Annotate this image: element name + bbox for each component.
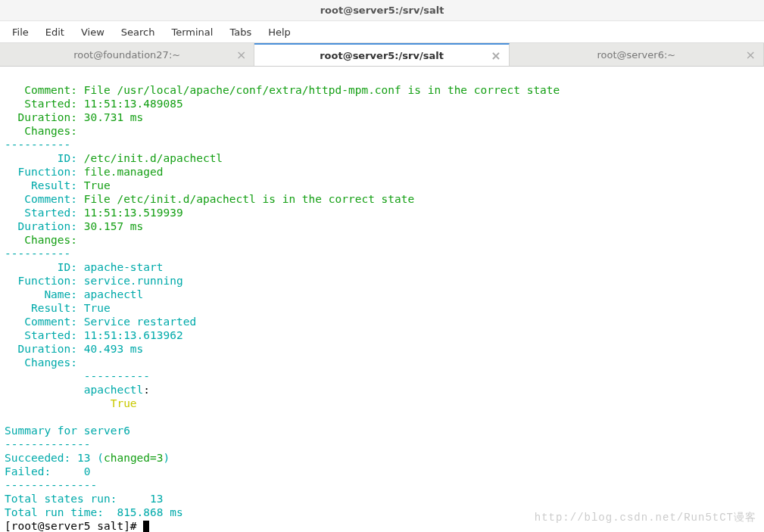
menu-tabs[interactable]: Tabs (222, 23, 259, 41)
separator: ------------- (5, 438, 91, 450)
menu-file[interactable]: File (5, 23, 36, 41)
out-line: Result: True (5, 179, 111, 191)
menu-edit[interactable]: Edit (38, 23, 72, 41)
tab-label: root@server5:/srv/salt (320, 50, 444, 61)
separator: ---------- (5, 247, 70, 260)
separator: ---------- (5, 138, 70, 151)
summary-header: Summary for server6 (5, 425, 130, 437)
tab-server6[interactable]: root@server6:~ × (510, 43, 764, 66)
out-line: Started: 11:51:13.489085 (5, 98, 183, 110)
tab-server5[interactable]: root@server5:/srv/salt × (254, 43, 509, 66)
out-line: Name: apachectl (5, 288, 143, 300)
out-line: True (5, 397, 137, 409)
menu-view[interactable]: View (73, 23, 112, 41)
out-line: apachectl: (5, 384, 150, 396)
close-icon[interactable]: × (491, 48, 500, 63)
out-line: ---------- (5, 370, 150, 382)
out-line: Function: service.running (5, 275, 183, 287)
tab-label: root@server6:~ (597, 49, 675, 61)
out-line: Comment: Service restarted (5, 316, 196, 328)
out-line: Comment: File /etc/init.d/apachectl is i… (5, 193, 414, 205)
tab-label: root@foundation27:~ (73, 49, 180, 61)
tab-foundation27[interactable]: root@foundation27:~ × (0, 43, 254, 66)
out-line: Comment: File /usr/local/apache/conf/ext… (5, 84, 560, 96)
out-line: ID: /etc/init.d/apachectl (5, 152, 223, 164)
window-title: root@server5:/srv/salt (320, 5, 444, 16)
separator: -------------- (5, 479, 97, 491)
out-line: Changes: (5, 356, 77, 369)
out-line: Started: 11:51:13.519939 (5, 207, 183, 219)
out-line: Duration: 30.731 ms (5, 111, 143, 123)
menu-search[interactable]: Search (114, 23, 163, 41)
menu-help[interactable]: Help (260, 23, 298, 41)
close-icon[interactable]: × (236, 48, 246, 62)
menu-bar: File Edit View Search Terminal Tabs Help (0, 21, 764, 42)
out-line: Failed: 0 (5, 465, 91, 478)
out-line: Result: True (5, 302, 111, 314)
out-line: Total states run: 13 (5, 493, 164, 505)
out-line: Duration: 30.157 ms (5, 220, 143, 232)
out-line: Total run time: 815.868 ms (5, 506, 183, 518)
out-line: Started: 11:51:13.613962 (5, 329, 183, 341)
out-line: Changes: (5, 234, 77, 246)
terminal-output[interactable]: Comment: File /usr/local/apache/conf/ext… (0, 67, 764, 532)
close-icon[interactable]: × (746, 48, 756, 62)
window-titlebar: root@server5:/srv/salt (0, 0, 764, 21)
cursor-icon (143, 521, 149, 532)
out-line: Changes: (5, 125, 77, 137)
out-line: Succeeded: 13 (changed=3) (5, 452, 170, 464)
out-line: Function: file.managed (5, 166, 164, 178)
out-line: Duration: 40.493 ms (5, 343, 143, 355)
out-line: ID: apache-start (5, 261, 164, 273)
prompt-line[interactable]: [root@server5 salt]# (5, 520, 149, 532)
tab-bar: root@foundation27:~ × root@server5:/srv/… (0, 42, 764, 67)
menu-terminal[interactable]: Terminal (164, 23, 220, 41)
